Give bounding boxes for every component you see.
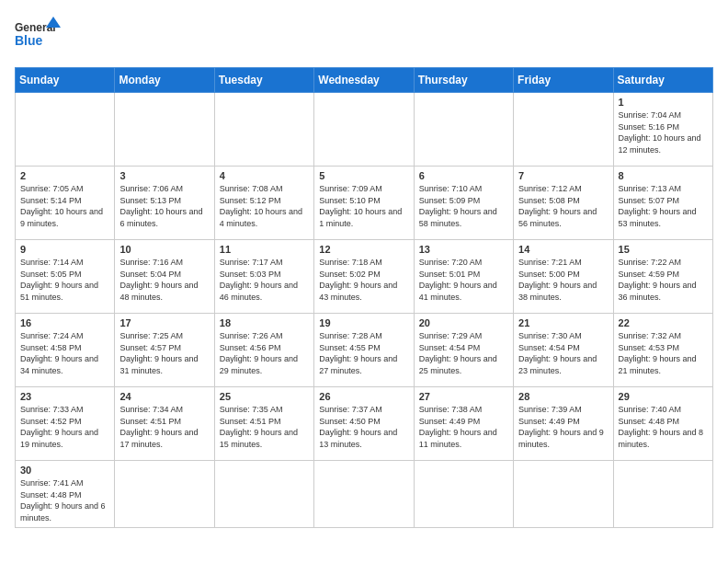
calendar-cell: 21Sunrise: 7:30 AM Sunset: 4:54 PM Dayli… — [514, 314, 613, 387]
calendar-cell: 9Sunrise: 7:14 AM Sunset: 5:05 PM Daylig… — [16, 240, 115, 314]
day-number: 3 — [119, 170, 209, 181]
calendar-cell: 18Sunrise: 7:26 AM Sunset: 4:56 PM Dayli… — [214, 314, 313, 387]
calendar-cell: 24Sunrise: 7:34 AM Sunset: 4:51 PM Dayli… — [115, 387, 214, 461]
day-info: Sunrise: 7:32 AM Sunset: 4:53 PM Dayligh… — [619, 330, 708, 376]
day-info: Sunrise: 7:06 AM Sunset: 5:13 PM Dayligh… — [119, 183, 209, 229]
day-number: 17 — [119, 317, 209, 328]
day-info: Sunrise: 7:38 AM Sunset: 4:49 PM Dayligh… — [419, 404, 508, 450]
col-header-sunday: Sunday — [16, 68, 115, 93]
day-number: 13 — [419, 244, 508, 255]
day-info: Sunrise: 7:13 AM Sunset: 5:07 PM Dayligh… — [619, 183, 708, 229]
calendar-cell: 6Sunrise: 7:10 AM Sunset: 5:09 PM Daylig… — [414, 167, 513, 240]
day-info: Sunrise: 7:05 AM Sunset: 5:14 PM Dayligh… — [20, 183, 109, 229]
calendar-cell — [514, 461, 613, 528]
calendar-cell: 22Sunrise: 7:32 AM Sunset: 4:53 PM Dayli… — [613, 314, 712, 387]
calendar-cell: 17Sunrise: 7:25 AM Sunset: 4:57 PM Dayli… — [115, 314, 214, 387]
calendar-cell: 15Sunrise: 7:22 AM Sunset: 4:59 PM Dayli… — [613, 240, 712, 314]
calendar-cell — [613, 461, 712, 528]
calendar-cell: 7Sunrise: 7:12 AM Sunset: 5:08 PM Daylig… — [514, 167, 613, 240]
day-info: Sunrise: 7:39 AM Sunset: 4:49 PM Dayligh… — [518, 404, 608, 450]
day-info: Sunrise: 7:28 AM Sunset: 4:55 PM Dayligh… — [319, 330, 408, 376]
calendar-cell — [115, 93, 214, 167]
page-header: General Blue — [15, 15, 713, 56]
day-info: Sunrise: 7:09 AM Sunset: 5:10 PM Dayligh… — [319, 183, 408, 229]
day-info: Sunrise: 7:29 AM Sunset: 4:54 PM Dayligh… — [419, 330, 508, 376]
calendar-cell: 25Sunrise: 7:35 AM Sunset: 4:51 PM Dayli… — [214, 387, 313, 461]
calendar-cell: 28Sunrise: 7:39 AM Sunset: 4:49 PM Dayli… — [514, 387, 613, 461]
day-info: Sunrise: 7:33 AM Sunset: 4:52 PM Dayligh… — [20, 404, 109, 450]
day-number: 5 — [319, 170, 408, 181]
day-number: 23 — [20, 391, 109, 402]
day-number: 11 — [220, 244, 309, 255]
day-number: 6 — [419, 170, 508, 181]
calendar-cell: 3Sunrise: 7:06 AM Sunset: 5:13 PM Daylig… — [115, 167, 214, 240]
calendar-cell: 26Sunrise: 7:37 AM Sunset: 4:50 PM Dayli… — [314, 387, 414, 461]
day-info: Sunrise: 7:37 AM Sunset: 4:50 PM Dayligh… — [319, 404, 408, 450]
day-number: 15 — [619, 244, 708, 255]
day-info: Sunrise: 7:35 AM Sunset: 4:51 PM Dayligh… — [220, 404, 309, 450]
day-number: 24 — [119, 391, 209, 402]
logo-svg: General Blue — [15, 15, 61, 56]
day-number: 8 — [619, 170, 708, 181]
calendar-cell: 8Sunrise: 7:13 AM Sunset: 5:07 PM Daylig… — [613, 167, 712, 240]
day-number: 16 — [20, 317, 109, 328]
day-info: Sunrise: 7:21 AM Sunset: 5:00 PM Dayligh… — [518, 257, 608, 303]
day-number: 30 — [20, 465, 109, 476]
calendar-cell — [16, 93, 115, 167]
day-info: Sunrise: 7:08 AM Sunset: 5:12 PM Dayligh… — [220, 183, 309, 229]
calendar-cell: 13Sunrise: 7:20 AM Sunset: 5:01 PM Dayli… — [414, 240, 513, 314]
day-info: Sunrise: 7:25 AM Sunset: 4:57 PM Dayligh… — [119, 330, 209, 376]
day-info: Sunrise: 7:12 AM Sunset: 5:08 PM Dayligh… — [518, 183, 608, 229]
day-info: Sunrise: 7:10 AM Sunset: 5:09 PM Dayligh… — [419, 183, 508, 229]
calendar-cell — [514, 93, 613, 167]
calendar-cell: 12Sunrise: 7:18 AM Sunset: 5:02 PM Dayli… — [314, 240, 414, 314]
calendar-cell — [414, 461, 513, 528]
calendar-cell: 1Sunrise: 7:04 AM Sunset: 5:16 PM Daylig… — [613, 93, 712, 167]
calendar-cell — [214, 93, 313, 167]
day-number: 22 — [619, 317, 708, 328]
day-number: 12 — [319, 244, 408, 255]
calendar-cell: 20Sunrise: 7:29 AM Sunset: 4:54 PM Dayli… — [414, 314, 513, 387]
calendar-cell: 11Sunrise: 7:17 AM Sunset: 5:03 PM Dayli… — [214, 240, 313, 314]
day-info: Sunrise: 7:41 AM Sunset: 4:48 PM Dayligh… — [20, 477, 109, 523]
calendar-cell — [214, 461, 313, 528]
col-header-tuesday: Tuesday — [214, 68, 313, 93]
calendar-cell: 5Sunrise: 7:09 AM Sunset: 5:10 PM Daylig… — [314, 167, 414, 240]
day-info: Sunrise: 7:16 AM Sunset: 5:04 PM Dayligh… — [119, 257, 209, 303]
day-info: Sunrise: 7:24 AM Sunset: 4:58 PM Dayligh… — [20, 330, 109, 376]
calendar-cell: 2Sunrise: 7:05 AM Sunset: 5:14 PM Daylig… — [16, 167, 115, 240]
day-number: 19 — [319, 317, 408, 328]
day-number: 18 — [220, 317, 309, 328]
day-number: 20 — [419, 317, 508, 328]
col-header-saturday: Saturday — [613, 68, 712, 93]
day-info: Sunrise: 7:20 AM Sunset: 5:01 PM Dayligh… — [419, 257, 508, 303]
day-info: Sunrise: 7:40 AM Sunset: 4:48 PM Dayligh… — [619, 404, 708, 450]
col-header-wednesday: Wednesday — [314, 68, 414, 93]
day-info: Sunrise: 7:17 AM Sunset: 5:03 PM Dayligh… — [220, 257, 309, 303]
day-info: Sunrise: 7:22 AM Sunset: 4:59 PM Dayligh… — [619, 257, 708, 303]
day-number: 21 — [518, 317, 608, 328]
calendar-cell: 10Sunrise: 7:16 AM Sunset: 5:04 PM Dayli… — [115, 240, 214, 314]
calendar-cell: 16Sunrise: 7:24 AM Sunset: 4:58 PM Dayli… — [16, 314, 115, 387]
calendar-cell: 27Sunrise: 7:38 AM Sunset: 4:49 PM Dayli… — [414, 387, 513, 461]
day-number: 28 — [518, 391, 608, 402]
calendar-cell: 4Sunrise: 7:08 AM Sunset: 5:12 PM Daylig… — [214, 167, 313, 240]
calendar-cell — [314, 93, 414, 167]
day-number: 2 — [20, 170, 109, 181]
calendar-cell — [414, 93, 513, 167]
day-number: 7 — [518, 170, 608, 181]
calendar-cell — [314, 461, 414, 528]
day-number: 9 — [20, 244, 109, 255]
day-number: 10 — [119, 244, 209, 255]
calendar-cell: 29Sunrise: 7:40 AM Sunset: 4:48 PM Dayli… — [613, 387, 712, 461]
calendar-cell — [115, 461, 214, 528]
logo: General Blue — [15, 15, 61, 56]
calendar-table: SundayMondayTuesdayWednesdayThursdayFrid… — [15, 67, 713, 528]
col-header-monday: Monday — [115, 68, 214, 93]
day-info: Sunrise: 7:18 AM Sunset: 5:02 PM Dayligh… — [319, 257, 408, 303]
calendar-cell: 14Sunrise: 7:21 AM Sunset: 5:00 PM Dayli… — [514, 240, 613, 314]
day-number: 26 — [319, 391, 408, 402]
day-number: 29 — [619, 391, 708, 402]
day-info: Sunrise: 7:26 AM Sunset: 4:56 PM Dayligh… — [220, 330, 309, 376]
col-header-friday: Friday — [514, 68, 613, 93]
